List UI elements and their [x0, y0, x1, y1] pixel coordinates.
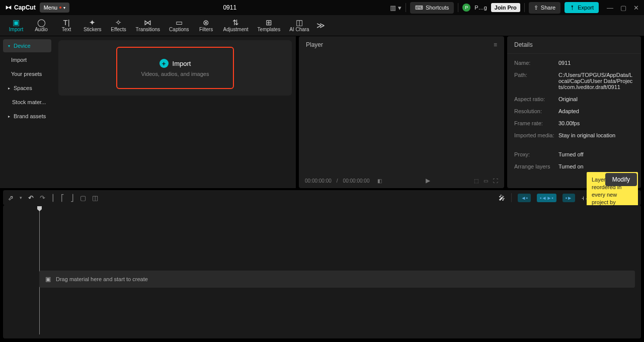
sidebar-label: Device [14, 43, 31, 49]
player-viewport [299, 53, 504, 173]
detail-value: 30.00fps [558, 120, 580, 126]
magnet-center-icon[interactable]: ▪◄►▪ [537, 194, 556, 202]
sidebar-item-import[interactable]: Import [3, 53, 51, 66]
trim-right-icon[interactable]: ⎦ [70, 194, 74, 202]
username: P…g [474, 5, 487, 11]
tab-filters[interactable]: ⊗Filters [195, 18, 217, 33]
app-logo: CapCut [5, 4, 36, 11]
details-panel: Details Name:0911 Path:C:/Users/TOPGUS/A… [507, 36, 641, 188]
snapshot-icon[interactable]: ⬚ [474, 178, 478, 184]
sidebar-item-stock[interactable]: Stock mater... [3, 96, 51, 109]
detail-row-imported: Imported media:Stay in original location [514, 129, 634, 141]
divider [406, 3, 406, 12]
shortcuts-button[interactable]: ⌨ Shortcuts [410, 2, 454, 14]
compare-icon[interactable]: ◧ [377, 178, 382, 184]
tabs-more-icon[interactable]: ≫ [316, 21, 325, 30]
transitions-icon: ⋈ [144, 19, 151, 26]
magnet-right-icon[interactable]: ▪► [562, 194, 575, 202]
titlebar-right: ▥ ▾ ⌨ Shortcuts P P…g Join Pro ⇪ Share ⭱… [390, 2, 639, 14]
tab-audio[interactable]: ◯Audio [30, 18, 52, 33]
audio-icon: ◯ [37, 19, 46, 26]
detail-key: Resolution: [514, 108, 558, 114]
main-row: ▾Device Import Your presets ▸Spaces Stoc… [0, 36, 644, 188]
filters-icon: ⊗ [203, 19, 209, 26]
tab-label: Templates [258, 27, 281, 32]
chevron-down-icon: ▾ [63, 6, 65, 10]
sidebar: ▾Device Import Your presets ▸Spaces Stoc… [0, 36, 54, 188]
timeline-hint: Drag material here and start to create [56, 276, 148, 282]
media-panel: + Import Videos, audios, and images [54, 36, 296, 188]
detail-row-layers: Arrange layersTurned on [514, 160, 634, 173]
divider [511, 193, 512, 202]
tab-adjustment[interactable]: ⇅Adjustment [220, 18, 252, 33]
import-title-row: + Import [159, 59, 191, 68]
export-button[interactable]: ⭱ Export [565, 2, 599, 13]
templates-icon: ⊞ [266, 19, 272, 26]
detail-value: Turned off [558, 151, 584, 157]
play-button[interactable]: ▶ [387, 177, 469, 184]
share-icon: ⇪ [534, 5, 538, 11]
modify-button[interactable]: Modify [605, 173, 637, 186]
sidebar-item-brand[interactable]: ▸Brand assets [3, 110, 51, 123]
tab-captions[interactable]: ▭Captions [166, 18, 192, 33]
detail-key: Proxy: [514, 151, 558, 157]
detail-value: Original [558, 96, 578, 102]
menu-button[interactable]: Menu ▾ [40, 3, 70, 13]
minimize-icon[interactable]: — [607, 4, 613, 12]
modify-bar: Modify [605, 173, 637, 186]
divider [524, 3, 525, 12]
hamburger-icon[interactable]: ≡ [494, 41, 497, 48]
detail-key: Name: [514, 60, 558, 66]
crop-icon[interactable]: ◫ [92, 194, 98, 202]
tab-text[interactable]: T|Text [55, 18, 77, 33]
detail-key: Imported media: [514, 132, 558, 138]
fullscreen-icon[interactable]: ⛶ [493, 178, 498, 184]
undo-icon[interactable]: ↶ [28, 194, 34, 202]
layout-icon[interactable]: ▥ ▾ [390, 4, 401, 12]
detail-row-path: Path:C:/Users/TOPGUS/AppData/Local/CapCu… [514, 69, 634, 93]
timeline[interactable]: ▣ Drag material here and start to create [3, 205, 641, 338]
sidebar-item-spaces[interactable]: ▸Spaces [3, 81, 51, 95]
detail-row-aspect: Aspect ratio:Original [514, 93, 634, 105]
chevron-down-icon[interactable]: ▾ [20, 195, 22, 200]
import-dropzone[interactable]: + Import Videos, audios, and images [116, 47, 234, 89]
tab-templates[interactable]: ⊞Templates [255, 18, 284, 33]
import-title: Import [173, 60, 191, 67]
sidebar-item-device[interactable]: ▾Device [3, 39, 51, 52]
tab-label: Filters [199, 27, 213, 32]
timeline-track[interactable]: ▣ Drag material here and start to create [39, 271, 635, 288]
tab-ai-chara[interactable]: ◫AI Chara [286, 18, 312, 33]
captions-icon: ▭ [176, 19, 183, 26]
ratio-icon[interactable]: ▭ [484, 178, 488, 184]
cursor-tool-icon[interactable]: ⬀ [8, 194, 14, 202]
tab-stickers[interactable]: ✦Stickers [80, 18, 105, 33]
text-icon: T| [63, 19, 69, 26]
window-controls: — ▢ ✕ [607, 4, 639, 12]
avatar[interactable]: P [462, 4, 470, 12]
plus-icon: + [159, 59, 169, 68]
sidebar-item-presets[interactable]: Your presets [3, 67, 51, 80]
delete-icon[interactable]: ▢ [80, 194, 86, 202]
import-icon: ▣ [13, 19, 20, 26]
player-controls: 00:00:00:00 / 00:00:00:00 ◧ ▶ ⬚ ▭ ⛶ [299, 173, 504, 188]
join-pro-button[interactable]: Join Pro [491, 3, 520, 12]
split-icon[interactable]: ⎮ [51, 194, 55, 202]
sidebar-label: Brand assets [14, 113, 46, 119]
detail-row-proxy: Proxy:Turned off [514, 148, 634, 160]
tab-import[interactable]: ▣Import [5, 18, 27, 33]
share-button[interactable]: ⇪ Share [529, 2, 560, 14]
player-header: Player ≡ [299, 36, 504, 53]
magnet-left-icon[interactable]: ◄▪ [518, 194, 530, 202]
maximize-icon[interactable]: ▢ [620, 4, 626, 12]
effects-icon: ✧ [115, 19, 122, 26]
details-body: Name:0911 Path:C:/Users/TOPGUS/AppData/L… [507, 54, 641, 188]
mic-icon[interactable]: 🎤︎ [499, 194, 505, 202]
trim-left-icon[interactable]: ⎡ [61, 194, 64, 202]
tab-label: Effects [111, 27, 126, 32]
import-card: + Import Videos, audios, and images [58, 40, 292, 96]
close-icon[interactable]: ✕ [633, 4, 639, 12]
tab-label: AI Chara [289, 27, 309, 32]
tab-transitions[interactable]: ⋈Transitions [133, 18, 164, 33]
redo-icon[interactable]: ↷ [40, 194, 45, 202]
tab-effects[interactable]: ✧Effects [108, 18, 130, 33]
